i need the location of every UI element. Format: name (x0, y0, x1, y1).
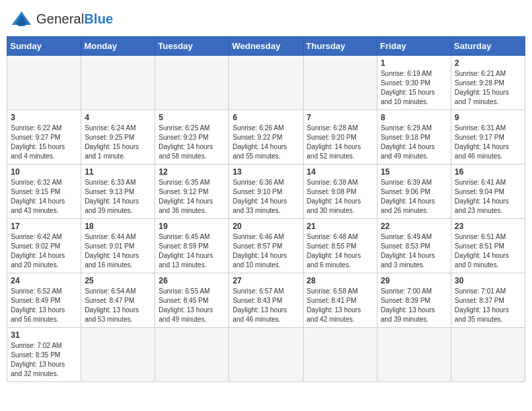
col-header-sunday: Sunday (7, 37, 81, 56)
calendar-cell: 30Sunrise: 7:01 AM Sunset: 8:37 PM Dayli… (451, 273, 525, 328)
day-info: Sunrise: 6:25 AM Sunset: 9:23 PM Dayligh… (159, 124, 225, 161)
calendar-cell: 29Sunrise: 7:00 AM Sunset: 8:39 PM Dayli… (377, 273, 451, 328)
day-number: 14 (307, 167, 373, 177)
calendar-cell: 20Sunrise: 6:46 AM Sunset: 8:57 PM Dayli… (229, 219, 303, 273)
calendar-week-row: 24Sunrise: 6:52 AM Sunset: 8:49 PM Dayli… (7, 273, 525, 328)
calendar-cell (229, 328, 303, 382)
day-number: 16 (455, 167, 521, 177)
day-info: Sunrise: 7:02 AM Sunset: 8:35 PM Dayligh… (11, 341, 77, 379)
day-info: Sunrise: 6:52 AM Sunset: 8:49 PM Dayligh… (11, 287, 77, 324)
day-number: 29 (381, 276, 447, 285)
calendar-cell: 25Sunrise: 6:54 AM Sunset: 8:47 PM Dayli… (81, 273, 155, 328)
calendar-cell: 7Sunrise: 6:28 AM Sunset: 9:20 PM Daylig… (303, 110, 377, 165)
calendar-cell: 5Sunrise: 6:25 AM Sunset: 9:23 PM Daylig… (155, 110, 229, 165)
calendar-cell (303, 328, 377, 382)
day-info: Sunrise: 6:29 AM Sunset: 9:18 PM Dayligh… (381, 124, 447, 161)
day-info: Sunrise: 6:54 AM Sunset: 8:47 PM Dayligh… (85, 287, 151, 324)
calendar-cell: 21Sunrise: 6:48 AM Sunset: 8:55 PM Dayli… (303, 219, 377, 273)
day-info: Sunrise: 6:35 AM Sunset: 9:12 PM Dayligh… (159, 178, 225, 216)
calendar-cell: 1Sunrise: 6:19 AM Sunset: 9:30 PM Daylig… (377, 56, 451, 110)
col-header-friday: Friday (377, 37, 451, 56)
day-number: 2 (455, 58, 521, 68)
day-info: Sunrise: 7:00 AM Sunset: 8:39 PM Dayligh… (381, 287, 447, 324)
day-number: 9 (455, 113, 521, 122)
day-info: Sunrise: 6:36 AM Sunset: 9:10 PM Dayligh… (232, 178, 299, 216)
day-number: 18 (85, 222, 151, 231)
svg-rect-3 (18, 24, 26, 26)
day-number: 26 (159, 276, 225, 285)
day-info: Sunrise: 6:33 AM Sunset: 9:13 PM Dayligh… (85, 178, 151, 216)
day-number: 27 (232, 276, 299, 285)
day-info: Sunrise: 6:58 AM Sunset: 8:41 PM Dayligh… (307, 287, 373, 324)
calendar-cell: 12Sunrise: 6:35 AM Sunset: 9:12 PM Dayli… (155, 165, 229, 219)
generalblue-logo-icon (9, 7, 34, 31)
day-info: Sunrise: 6:39 AM Sunset: 9:06 PM Dayligh… (381, 178, 447, 216)
calendar-header-row: SundayMondayTuesdayWednesdayThursdayFrid… (7, 37, 525, 56)
calendar-cell: 3Sunrise: 6:22 AM Sunset: 9:27 PM Daylig… (7, 110, 81, 165)
calendar-cell (229, 56, 303, 110)
day-number: 24 (11, 276, 77, 285)
calendar-cell: 31Sunrise: 7:02 AM Sunset: 8:35 PM Dayli… (7, 328, 81, 382)
day-number: 3 (11, 113, 77, 122)
day-info: Sunrise: 6:21 AM Sunset: 9:28 PM Dayligh… (455, 69, 521, 107)
calendar-week-row: 31Sunrise: 7:02 AM Sunset: 8:35 PM Dayli… (7, 328, 525, 382)
day-info: Sunrise: 6:19 AM Sunset: 9:30 PM Dayligh… (381, 69, 447, 107)
day-number: 19 (159, 222, 225, 231)
calendar-cell: 13Sunrise: 6:36 AM Sunset: 9:10 PM Dayli… (229, 165, 303, 219)
day-info: Sunrise: 6:48 AM Sunset: 8:55 PM Dayligh… (307, 232, 373, 270)
col-header-tuesday: Tuesday (155, 37, 229, 56)
calendar-cell (81, 56, 155, 110)
calendar-cell: 10Sunrise: 6:32 AM Sunset: 9:15 PM Dayli… (7, 165, 81, 219)
day-number: 15 (381, 167, 447, 177)
calendar-cell (155, 56, 229, 110)
day-info: Sunrise: 6:31 AM Sunset: 9:17 PM Dayligh… (455, 124, 521, 161)
calendar-cell (451, 328, 525, 382)
day-number: 25 (85, 276, 151, 285)
calendar-cell: 24Sunrise: 6:52 AM Sunset: 8:49 PM Dayli… (7, 273, 81, 328)
calendar-cell: 19Sunrise: 6:45 AM Sunset: 8:59 PM Dayli… (155, 219, 229, 273)
day-number: 11 (85, 167, 151, 177)
day-number: 5 (159, 113, 225, 122)
calendar-week-row: 10Sunrise: 6:32 AM Sunset: 9:15 PM Dayli… (7, 165, 525, 219)
calendar-cell: 17Sunrise: 6:42 AM Sunset: 9:02 PM Dayli… (7, 219, 81, 273)
day-info: Sunrise: 7:01 AM Sunset: 8:37 PM Dayligh… (455, 287, 521, 324)
calendar-cell (303, 56, 377, 110)
day-info: Sunrise: 6:38 AM Sunset: 9:08 PM Dayligh… (307, 178, 373, 216)
day-number: 22 (381, 222, 447, 231)
day-info: Sunrise: 6:26 AM Sunset: 9:22 PM Dayligh… (232, 124, 299, 161)
calendar-cell: 23Sunrise: 6:51 AM Sunset: 8:51 PM Dayli… (451, 219, 525, 273)
col-header-saturday: Saturday (451, 37, 525, 56)
calendar-cell: 18Sunrise: 6:44 AM Sunset: 9:01 PM Dayli… (81, 219, 155, 273)
page-header: GeneralBlue (7, 7, 525, 31)
day-info: Sunrise: 6:22 AM Sunset: 9:27 PM Dayligh… (11, 124, 77, 161)
day-info: Sunrise: 6:41 AM Sunset: 9:04 PM Dayligh… (455, 178, 521, 216)
day-number: 4 (85, 113, 151, 122)
day-info: Sunrise: 6:45 AM Sunset: 8:59 PM Dayligh… (159, 232, 225, 270)
calendar-cell (81, 328, 155, 382)
calendar-cell: 28Sunrise: 6:58 AM Sunset: 8:41 PM Dayli… (303, 273, 377, 328)
day-number: 30 (455, 276, 521, 285)
day-number: 20 (232, 222, 299, 231)
calendar-cell: 8Sunrise: 6:29 AM Sunset: 9:18 PM Daylig… (377, 110, 451, 165)
day-info: Sunrise: 6:32 AM Sunset: 9:15 PM Dayligh… (11, 178, 77, 216)
calendar-cell: 9Sunrise: 6:31 AM Sunset: 9:17 PM Daylig… (451, 110, 525, 165)
day-info: Sunrise: 6:28 AM Sunset: 9:20 PM Dayligh… (307, 124, 373, 161)
day-number: 7 (307, 113, 373, 122)
day-number: 8 (381, 113, 447, 122)
calendar-cell (7, 56, 81, 110)
day-number: 21 (307, 222, 373, 231)
day-number: 6 (232, 113, 299, 122)
calendar-cell (155, 328, 229, 382)
calendar-cell: 14Sunrise: 6:38 AM Sunset: 9:08 PM Dayli… (303, 165, 377, 219)
day-info: Sunrise: 6:46 AM Sunset: 8:57 PM Dayligh… (232, 232, 299, 270)
calendar-week-row: 17Sunrise: 6:42 AM Sunset: 9:02 PM Dayli… (7, 219, 525, 273)
calendar-table: SundayMondayTuesdayWednesdayThursdayFrid… (7, 36, 525, 382)
day-info: Sunrise: 6:24 AM Sunset: 9:25 PM Dayligh… (85, 124, 151, 161)
day-info: Sunrise: 6:42 AM Sunset: 9:02 PM Dayligh… (11, 232, 77, 270)
day-info: Sunrise: 6:55 AM Sunset: 8:45 PM Dayligh… (159, 287, 225, 324)
day-number: 13 (232, 167, 299, 177)
logo: GeneralBlue (9, 7, 114, 31)
day-number: 28 (307, 276, 373, 285)
day-info: Sunrise: 6:51 AM Sunset: 8:51 PM Dayligh… (455, 232, 521, 270)
day-number: 31 (11, 330, 77, 340)
